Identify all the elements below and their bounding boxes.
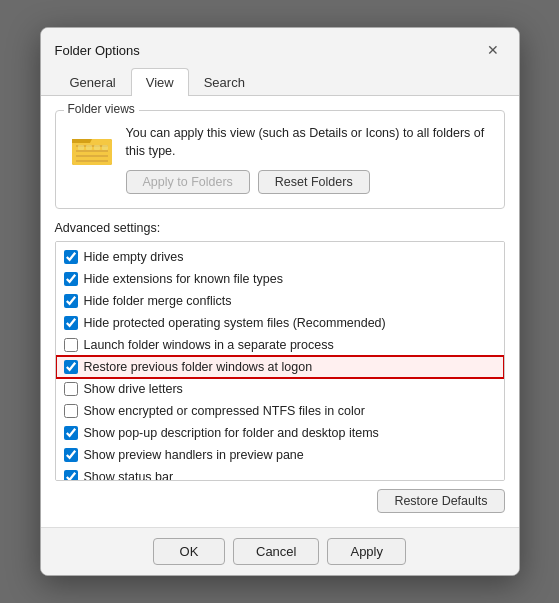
settings-item: Hide extensions for known file types — [56, 268, 504, 290]
settings-item-label: Hide folder merge conflicts — [84, 294, 232, 308]
settings-item-label: Show preview handlers in preview pane — [84, 448, 304, 462]
settings-item-label: Show status bar — [84, 470, 174, 481]
tab-search[interactable]: Search — [189, 68, 260, 96]
settings-item: Hide folder merge conflicts — [56, 290, 504, 312]
settings-item: Show status bar — [56, 466, 504, 481]
settings-item-label: Hide protected operating system files (R… — [84, 316, 386, 330]
close-button[interactable]: ✕ — [481, 38, 505, 62]
apply-to-folders-button[interactable]: Apply to Folders — [126, 170, 250, 194]
folder-options-dialog: Folder Options ✕ General View Search Fol… — [40, 27, 520, 576]
svg-rect-5 — [76, 160, 108, 162]
settings-checkbox-launch_separate_process[interactable] — [64, 338, 78, 352]
restore-defaults-container: Restore Defaults — [55, 489, 505, 513]
ok-button[interactable]: OK — [153, 538, 225, 565]
svg-rect-8 — [94, 145, 100, 150]
settings-item: Show preview handlers in preview pane — [56, 444, 504, 466]
settings-checkbox-restore_previous[interactable] — [64, 360, 78, 374]
advanced-settings-section: Advanced settings: Hide empty drivesHide… — [55, 221, 505, 513]
svg-rect-7 — [86, 145, 92, 150]
folder-views-buttons: Apply to Folders Reset Folders — [126, 170, 490, 194]
settings-item: Launch folder windows in a separate proc… — [56, 334, 504, 356]
settings-item-label: Launch folder windows in a separate proc… — [84, 338, 334, 352]
tab-general[interactable]: General — [55, 68, 131, 96]
settings-item-label: Hide extensions for known file types — [84, 272, 283, 286]
svg-rect-6 — [78, 145, 84, 150]
advanced-settings-label: Advanced settings: — [55, 221, 505, 235]
settings-item: Hide empty drives — [56, 246, 504, 268]
settings-item-label: Show encrypted or compressed NTFS files … — [84, 404, 365, 418]
settings-checkbox-hide_protected_os[interactable] — [64, 316, 78, 330]
settings-item: Show drive letters — [56, 378, 504, 400]
settings-item-label: Show pop-up description for folder and d… — [84, 426, 379, 440]
settings-item-label: Restore previous folder windows at logon — [84, 360, 313, 374]
settings-checkbox-show_status_bar[interactable] — [64, 470, 78, 481]
title-bar: Folder Options ✕ — [41, 28, 519, 68]
apply-button[interactable]: Apply — [327, 538, 406, 565]
folder-views-group: Folder views — [55, 110, 505, 209]
folder-views-description: You can apply this view (such as Details… — [126, 125, 490, 194]
tab-view[interactable]: View — [131, 68, 189, 96]
svg-rect-3 — [76, 150, 108, 152]
svg-rect-9 — [102, 145, 108, 150]
settings-checkbox-show_preview_handlers[interactable] — [64, 448, 78, 462]
settings-item: Show encrypted or compressed NTFS files … — [56, 400, 504, 422]
svg-rect-4 — [76, 155, 108, 157]
settings-item: Restore previous folder windows at logon — [56, 356, 504, 378]
folder-views-group-label: Folder views — [64, 102, 139, 116]
settings-checkbox-hide_extensions[interactable] — [64, 272, 78, 286]
settings-checkbox-show_popup[interactable] — [64, 426, 78, 440]
dialog-title: Folder Options — [55, 43, 140, 58]
settings-item-label: Hide empty drives — [84, 250, 184, 264]
settings-list-container[interactable]: Hide empty drivesHide extensions for kno… — [55, 241, 505, 481]
settings-checkbox-hide_empty_drives[interactable] — [64, 250, 78, 264]
main-content: Folder views — [41, 96, 519, 527]
folder-svg-icon — [70, 125, 114, 169]
cancel-button[interactable]: Cancel — [233, 538, 319, 565]
dialog-footer: OK Cancel Apply — [41, 527, 519, 575]
settings-item: Hide protected operating system files (R… — [56, 312, 504, 334]
restore-defaults-button[interactable]: Restore Defaults — [377, 489, 504, 513]
settings-checkbox-hide_merge_conflicts[interactable] — [64, 294, 78, 308]
settings-item: Show pop-up description for folder and d… — [56, 422, 504, 444]
settings-checkbox-show_drive_letters[interactable] — [64, 382, 78, 396]
settings-checkbox-show_encrypted[interactable] — [64, 404, 78, 418]
folder-views-inner: You can apply this view (such as Details… — [70, 125, 490, 194]
reset-folders-button[interactable]: Reset Folders — [258, 170, 370, 194]
folder-icon — [70, 125, 114, 169]
settings-list: Hide empty drivesHide extensions for kno… — [56, 242, 504, 481]
tabs-bar: General View Search — [41, 68, 519, 96]
settings-item-label: Show drive letters — [84, 382, 183, 396]
